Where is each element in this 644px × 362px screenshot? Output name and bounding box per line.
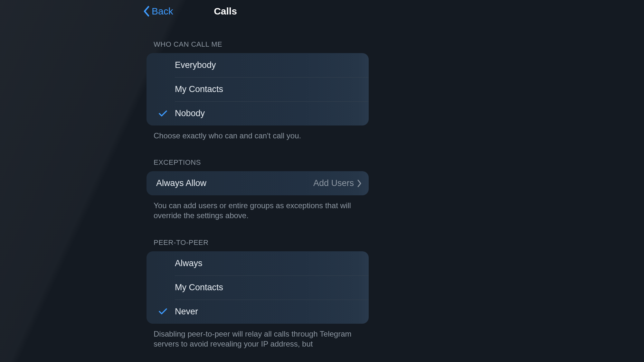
- option-label: Never: [175, 307, 198, 317]
- option-never[interactable]: Never: [147, 300, 369, 324]
- panel-exceptions: Always Allow Add Users: [147, 171, 369, 195]
- chevron-right-icon: [357, 180, 362, 187]
- section-who-can-call: WHO CAN CALL ME Everybody: [143, 40, 465, 141]
- row-value: Add Users: [313, 178, 354, 188]
- option-label: My Contacts: [175, 283, 223, 292]
- section-header: WHO CAN CALL ME: [154, 40, 465, 49]
- chevron-left-icon: [143, 6, 150, 17]
- checkmark-icon: [159, 110, 167, 117]
- section-footer: You can add users or entire groups as ex…: [154, 200, 360, 220]
- section-header: EXCEPTIONS: [154, 158, 465, 167]
- option-my-contacts[interactable]: My Contacts: [147, 77, 369, 101]
- back-button[interactable]: Back: [143, 6, 173, 17]
- option-label: Always: [175, 258, 203, 268]
- option-label: Everybody: [175, 60, 216, 70]
- panel-peer-to-peer: Always My Contacts: [147, 251, 369, 324]
- option-everybody[interactable]: Everybody: [147, 53, 369, 77]
- panel-who-can-call: Everybody My Contacts: [147, 53, 369, 125]
- page-title: Calls: [214, 6, 237, 17]
- section-footer: Disabling peer-to-peer will relay all ca…: [154, 329, 360, 349]
- section-header: PEER-TO-PEER: [154, 238, 465, 247]
- navbar: Back Calls: [143, 0, 308, 23]
- section-footer: Choose exactly who can and can't call yo…: [154, 131, 360, 141]
- checkmark-icon: [159, 308, 167, 315]
- option-always[interactable]: Always: [147, 251, 369, 275]
- screen: Back Calls WHO CAN CALL ME Everybody: [0, 0, 644, 362]
- section-exceptions: EXCEPTIONS Always Allow Add Users You ca…: [143, 158, 465, 220]
- content-column: Back Calls WHO CAN CALL ME Everybody: [143, 0, 465, 362]
- row-value-wrap: Add Users: [313, 178, 362, 188]
- row-label: Always Allow: [156, 178, 206, 188]
- option-label: My Contacts: [175, 84, 223, 94]
- option-label: Nobody: [175, 108, 205, 118]
- section-peer-to-peer: PEER-TO-PEER Always: [143, 238, 465, 349]
- option-p2p-my-contacts[interactable]: My Contacts: [147, 275, 369, 300]
- option-nobody[interactable]: Nobody: [147, 101, 369, 125]
- exceptions-always-allow-row[interactable]: Always Allow Add Users: [147, 171, 369, 195]
- back-label: Back: [152, 6, 173, 17]
